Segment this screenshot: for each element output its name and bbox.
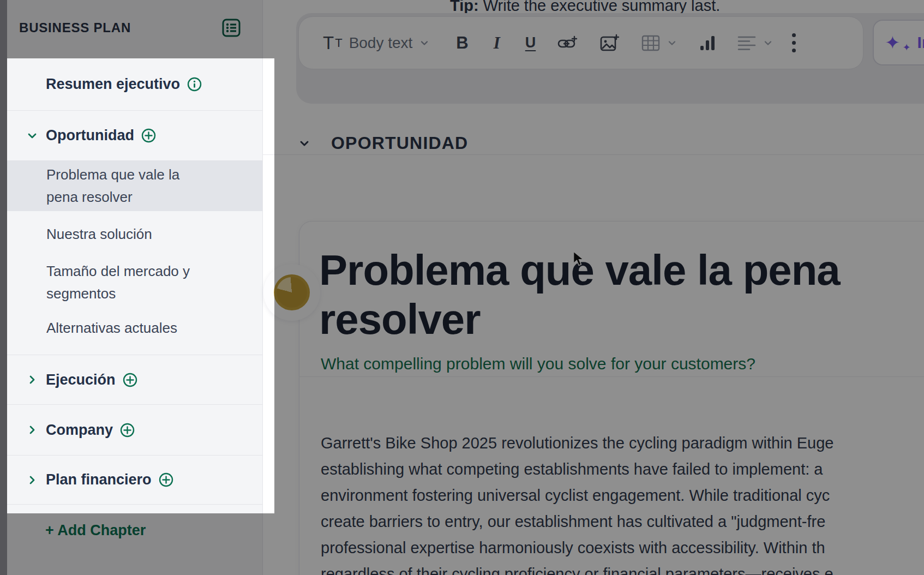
subitem-label-line: pena resolver xyxy=(46,186,262,208)
dim-overlay-left xyxy=(0,58,7,513)
subitem-label-line: Tamaño del mercado y xyxy=(46,260,262,283)
chevron-right-icon[interactable] xyxy=(26,474,39,487)
chevron-right-icon[interactable] xyxy=(26,373,39,386)
chapter-label: Company xyxy=(46,422,113,439)
dim-overlay-right xyxy=(274,58,924,513)
add-section-icon[interactable] xyxy=(159,472,173,487)
chevron-right-icon[interactable] xyxy=(26,423,39,436)
dim-overlay-top xyxy=(0,0,924,58)
app-window: BUSINESS PLAN Resumen ejecutivo Oportuni… xyxy=(0,0,924,575)
sidebar-subitem-problema[interactable]: Problema que vale la pena resolver xyxy=(7,161,262,211)
chapter-label: Plan financiero xyxy=(46,471,152,488)
sidebar-item-ejecucion[interactable]: Ejecución xyxy=(7,355,262,405)
sidebar-item-oportunidad[interactable]: Oportunidad xyxy=(7,111,262,161)
add-section-icon[interactable] xyxy=(120,423,135,438)
chevron-down-icon[interactable] xyxy=(26,129,39,142)
subitem-label-line: Alternativas actuales xyxy=(46,317,262,339)
chapter-label: Resumen ejecutivo xyxy=(46,76,180,93)
sidebar-item-plan-financiero[interactable]: Plan financiero xyxy=(7,456,262,505)
sidebar-subitem-nuestra-solucion[interactable]: Nuestra solución xyxy=(7,214,262,254)
sidebar-item-company[interactable]: Company xyxy=(7,405,262,456)
info-icon[interactable] xyxy=(187,77,202,92)
sidebar-subitem-alternativas[interactable]: Alternativas actuales xyxy=(7,312,262,344)
chapter-label: Ejecución xyxy=(46,372,116,388)
chapter-label: Oportunidad xyxy=(46,127,134,144)
add-section-icon[interactable] xyxy=(123,373,137,387)
subitem-label-line: Nuestra solución xyxy=(46,223,262,245)
subitem-label-line: segmentos xyxy=(46,283,262,305)
add-section-icon[interactable] xyxy=(141,128,156,143)
subitem-label-line: Problema que vale la xyxy=(46,164,262,186)
dim-overlay-bottom xyxy=(0,513,924,575)
sidebar-item-resumen-ejecutivo[interactable]: Resumen ejecutivo xyxy=(7,58,262,111)
chevron-spacer xyxy=(26,78,39,91)
sidebar-subitem-tamano-mercado[interactable]: Tamaño del mercado y segmentos xyxy=(7,254,262,312)
